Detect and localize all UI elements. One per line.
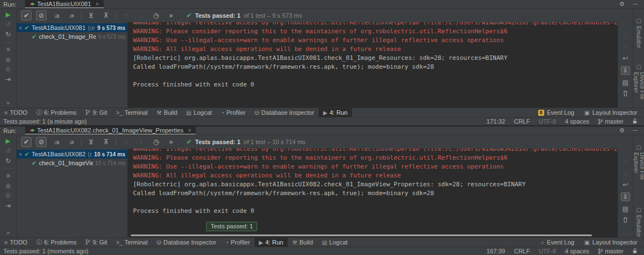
encoding[interactable]: UTF-8 bbox=[539, 248, 556, 254]
test-settings-icon[interactable]: ⚙ bbox=[5, 192, 11, 200]
toolwin-terminal-button[interactable]: >_Terminal bbox=[111, 238, 152, 247]
toolwin-problems-button[interactable]: ⓘ6: Problems bbox=[32, 238, 81, 247]
previous-occurrence-icon[interactable]: ↑ bbox=[121, 11, 131, 21]
expand-all-icon[interactable]: ⊻ bbox=[86, 11, 96, 21]
sort-alphabetically-icon[interactable]: ↓a bbox=[51, 137, 62, 147]
toolwin-run-button[interactable]: ▶4: Run bbox=[254, 238, 288, 247]
show-ignored-toggle[interactable]: ⊘ bbox=[36, 137, 47, 147]
toggle-auto-test-icon[interactable]: ↻ bbox=[5, 157, 11, 165]
minimize-icon[interactable]: ─ bbox=[633, 127, 637, 134]
chevron-down-icon[interactable]: ∨ bbox=[19, 152, 22, 157]
test-tree-row-suite[interactable]: ∨ ✔ TestA1BasicUIX081(org.aplas.basica 9… bbox=[17, 23, 127, 32]
print-icon[interactable]: ▤ bbox=[622, 79, 628, 86]
collapse-all-icon[interactable]: ⊼ bbox=[101, 11, 111, 21]
layout-inspector-button[interactable]: ▣Layout Inspector bbox=[584, 109, 637, 116]
close-icon[interactable]: × bbox=[95, 1, 99, 7]
clear-console-trash-icon[interactable] bbox=[623, 90, 628, 98]
soft-wrap-icon[interactable]: ↩ bbox=[622, 181, 628, 188]
encoding[interactable]: UTF-8 bbox=[539, 118, 556, 125]
test-tree-row-case[interactable]: ✔ check_01_ImageView_Properties 10 s 714… bbox=[17, 159, 127, 167]
toolwin-profiler-button[interactable]: ◔Profiler bbox=[221, 238, 254, 247]
next-occurrence-icon[interactable]: ↓ bbox=[136, 11, 146, 21]
screenshot-button[interactable]: ◉ bbox=[5, 182, 11, 190]
import-tests-icon[interactable]: ⇥ bbox=[5, 75, 11, 83]
toolwin-todo-button[interactable]: ≡TODO bbox=[0, 108, 32, 117]
test-history-icon[interactable]: ◷ bbox=[151, 137, 161, 147]
emulator-tool-button[interactable]: ▢Emulator bbox=[636, 18, 642, 48]
event-log-button[interactable]: ○Event Log bbox=[541, 239, 575, 246]
hide-panel-chevrons-icon[interactable]: » bbox=[6, 99, 9, 106]
sort-by-duration-icon[interactable]: ↓≡ bbox=[66, 137, 76, 147]
run-tab[interactable]: ◀▶ TestA1BasicUIX082.check_01_ImageView_… bbox=[25, 126, 196, 135]
rerun-tests-button[interactable]: ▶ bbox=[6, 137, 10, 145]
show-passed-toggle[interactable]: ✔ bbox=[21, 11, 32, 21]
caret-position[interactable]: 167:39 bbox=[487, 248, 505, 254]
more-options-chevrons-icon[interactable]: » bbox=[166, 11, 176, 21]
down-arrow-icon[interactable]: ↓ bbox=[624, 43, 627, 50]
hide-panel-chevrons-icon[interactable]: » bbox=[6, 229, 9, 236]
test-settings-icon[interactable]: ⚙ bbox=[5, 65, 11, 73]
next-occurrence-icon[interactable]: ↓ bbox=[136, 137, 146, 147]
test-tree-row-suite[interactable]: ∨ ✔ TestA1BasicUIX082(org.aplas.basica 1… bbox=[17, 150, 127, 159]
screenshot-button[interactable]: ◉ bbox=[5, 55, 11, 63]
console-output[interactable]: WARNING: Illegal reflective access by or… bbox=[127, 22, 617, 108]
toolwin-todo-button[interactable]: ≡TODO bbox=[0, 238, 32, 247]
event-log-button[interactable]: 8Event Log bbox=[538, 109, 575, 116]
down-arrow-icon[interactable]: ↓ bbox=[624, 169, 627, 177]
print-icon[interactable]: ▤ bbox=[622, 205, 628, 213]
gear-icon[interactable]: ⚙ bbox=[619, 1, 625, 8]
toolwin-git-button[interactable]: 9: Git bbox=[81, 108, 111, 117]
toolwin-logcat-button[interactable]: ▤Logcat bbox=[318, 238, 352, 247]
rerun-failed-tests-button[interactable]: ↺ bbox=[5, 147, 11, 155]
toolwin-terminal-button[interactable]: >_Terminal bbox=[111, 108, 152, 117]
chevron-down-icon[interactable]: ∨ bbox=[19, 26, 22, 30]
sort-by-duration-icon[interactable]: ↓≡ bbox=[66, 11, 76, 21]
gear-icon[interactable]: ⚙ bbox=[619, 127, 625, 134]
indent-setting[interactable]: 4 spaces bbox=[565, 248, 589, 254]
toolwin-logcat-button[interactable]: ▤Logcat bbox=[182, 108, 216, 117]
expand-all-icon[interactable]: ⊻ bbox=[86, 137, 96, 147]
console-output[interactable]: WARNING: Illegal reflective access by or… bbox=[127, 149, 617, 237]
test-history-icon[interactable]: ◷ bbox=[151, 11, 161, 21]
clear-console-trash-icon[interactable] bbox=[623, 217, 628, 225]
toolwin-database-inspector-button[interactable]: ⛁Database Inspector bbox=[152, 238, 221, 247]
stop-button[interactable]: ■ bbox=[6, 172, 10, 180]
toolwin-run-button[interactable]: ▶4: Run bbox=[319, 108, 352, 117]
close-icon[interactable]: × bbox=[188, 127, 191, 134]
toggle-auto-test-icon[interactable]: ↻ bbox=[5, 30, 11, 38]
collapse-all-icon[interactable]: ⊼ bbox=[101, 137, 111, 147]
toolwin-build-button[interactable]: ⚒Build bbox=[288, 238, 317, 247]
minimize-icon[interactable]: ─ bbox=[633, 1, 637, 8]
line-ending[interactable]: CRLF bbox=[514, 118, 530, 125]
line-ending[interactable]: CRLF bbox=[514, 248, 530, 254]
previous-occurrence-icon[interactable]: ↑ bbox=[121, 137, 131, 147]
status-message[interactable]: Tests passed: 1 (moments ago) bbox=[3, 248, 88, 254]
show-ignored-toggle[interactable]: ⊘ bbox=[36, 11, 47, 21]
unlock-icon[interactable] bbox=[632, 248, 637, 255]
toolwin-git-button[interactable]: 9: Git bbox=[81, 238, 111, 247]
emulator-tool-button[interactable]: ▢Emulator bbox=[636, 207, 642, 237]
device-file-explorer-tool-button[interactable]: ▢Device File Explorer bbox=[633, 144, 644, 191]
run-tab[interactable]: ◀▶ TestA1BasicUIX081 × bbox=[25, 0, 103, 8]
toolwin-database-inspector-button[interactable]: ⛁Database Inspector bbox=[250, 108, 319, 117]
status-message[interactable]: Tests passed: 1 (a minute ago) bbox=[3, 118, 86, 125]
layout-inspector-button[interactable]: ▣Layout Inspector bbox=[584, 239, 637, 246]
rerun-tests-button[interactable]: ▶ bbox=[6, 11, 10, 18]
indent-setting[interactable]: 4 spaces bbox=[565, 118, 589, 125]
git-branch-widget[interactable]: master bbox=[598, 118, 623, 125]
more-options-chevrons-icon[interactable]: » bbox=[166, 137, 176, 147]
show-passed-toggle[interactable]: ✔ bbox=[21, 137, 32, 147]
test-tree-row-case[interactable]: ✔ check_01_Image_Resources 9 s 573 ms bbox=[17, 32, 127, 41]
import-tests-icon[interactable]: ⇥ bbox=[5, 202, 11, 210]
sort-alphabetically-icon[interactable]: ↓a bbox=[51, 11, 62, 21]
stop-button[interactable]: ■ bbox=[6, 45, 10, 53]
soft-wrap-icon[interactable]: ↩ bbox=[622, 54, 628, 62]
scroll-to-end-toggle[interactable]: ⇩ bbox=[621, 192, 630, 201]
up-arrow-icon[interactable]: ↑ bbox=[624, 157, 627, 165]
caret-position[interactable]: 171:32 bbox=[487, 118, 505, 125]
toolwin-build-button[interactable]: ⚒Build bbox=[152, 108, 181, 117]
unlock-icon[interactable] bbox=[632, 118, 637, 125]
device-file-explorer-tool-button[interactable]: ▢Device File Explorer bbox=[633, 64, 644, 108]
up-arrow-icon[interactable]: ↑ bbox=[624, 31, 627, 39]
horizontal-scrollbar[interactable] bbox=[131, 234, 592, 236]
